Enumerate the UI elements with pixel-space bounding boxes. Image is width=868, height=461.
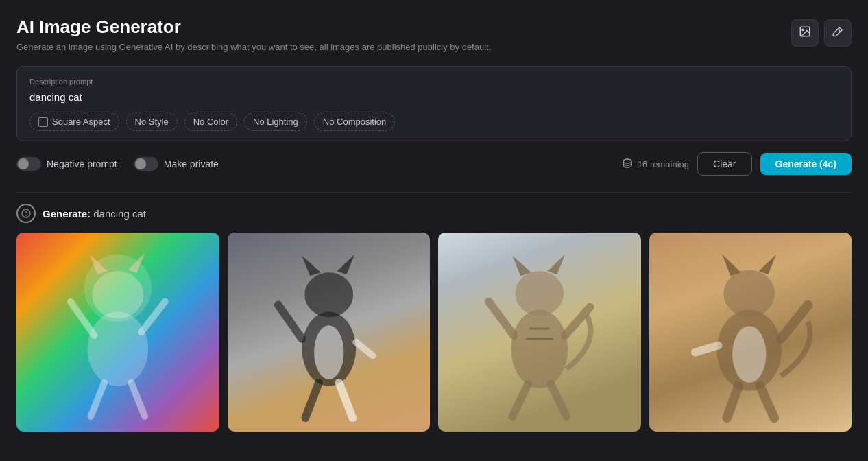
page-title: AI Image Generator: [16, 16, 491, 38]
page-subtitle: Generate an image using Generative AI by…: [16, 42, 491, 52]
svg-line-40: [727, 386, 738, 418]
prompt-input[interactable]: [29, 91, 839, 103]
svg-point-37: [723, 270, 775, 317]
square-aspect-icon: [38, 117, 48, 127]
results-section: Generate: dancing cat: [16, 204, 852, 432]
tag-no-composition-label: No Composition: [323, 117, 387, 127]
image-card-3[interactable]: [438, 233, 641, 432]
gallery-icon-button[interactable]: [791, 19, 819, 47]
svg-line-21: [305, 383, 319, 418]
svg-marker-42: [722, 255, 741, 276]
remaining-count: 16 remaining: [638, 159, 689, 169]
svg-point-3: [623, 159, 631, 163]
image-card-2[interactable]: [228, 233, 431, 432]
tags-row: Square Aspect No Style No Color No Light…: [29, 113, 839, 131]
results-query: dancing cat: [93, 208, 146, 220]
divider: [16, 192, 852, 193]
tag-no-lighting[interactable]: No Lighting: [244, 113, 307, 131]
gallery-icon: [799, 25, 811, 40]
results-prefix: Generate:: [43, 208, 91, 220]
tag-no-style-label: No Style: [135, 117, 169, 127]
svg-marker-34: [548, 255, 566, 275]
negative-prompt-label: Negative prompt: [47, 158, 117, 169]
svg-point-18: [314, 325, 343, 379]
svg-line-2: [838, 29, 841, 32]
svg-line-32: [551, 384, 566, 416]
svg-line-12: [91, 383, 104, 416]
svg-point-17: [304, 272, 353, 317]
svg-point-25: [511, 309, 568, 388]
negative-prompt-toggle[interactable]: [16, 157, 41, 171]
prompt-box: Description prompt Square Aspect No Styl…: [16, 66, 852, 141]
coins-icon: [621, 157, 634, 172]
results-header: Generate: dancing cat: [16, 204, 852, 223]
tag-no-color-label: No Color: [193, 117, 228, 127]
svg-line-20: [356, 342, 373, 356]
images-grid: [16, 233, 852, 432]
tag-no-style[interactable]: No Style: [126, 113, 178, 131]
svg-line-13: [131, 383, 145, 416]
svg-marker-23: [302, 256, 321, 276]
results-icon: [16, 204, 36, 223]
controls-left: Negative prompt Make private: [16, 157, 219, 171]
tag-square-aspect[interactable]: Square Aspect: [29, 113, 119, 131]
controls-right: 16 remaining Clear Generate (4c): [621, 152, 852, 176]
svg-line-39: [695, 346, 717, 353]
page-header: AI Image Generator Generate an image usi…: [16, 16, 852, 52]
tag-square-aspect-label: Square Aspect: [52, 117, 110, 127]
svg-line-19: [278, 305, 301, 339]
controls-row: Negative prompt Make private 16 remainin…: [16, 152, 852, 176]
header-icons: [791, 19, 852, 47]
remaining-info: 16 remaining: [621, 157, 689, 172]
title-section: AI Image Generator Generate an image usi…: [16, 16, 491, 52]
generate-button[interactable]: Generate (4c): [760, 153, 852, 175]
svg-line-29: [489, 302, 514, 335]
make-private-toggle-group: Make private: [134, 157, 219, 171]
svg-line-22: [339, 383, 352, 418]
results-label: Generate: dancing cat: [43, 208, 146, 220]
svg-line-41: [760, 386, 774, 418]
image-card-1[interactable]: [16, 233, 219, 432]
svg-point-26: [515, 271, 564, 316]
make-private-toggle[interactable]: [134, 157, 158, 171]
image-card-4[interactable]: [649, 233, 852, 432]
negative-prompt-toggle-group: Negative prompt: [16, 157, 117, 171]
make-private-label: Make private: [164, 158, 219, 169]
clear-button[interactable]: Clear: [697, 152, 751, 176]
svg-marker-33: [512, 256, 531, 276]
tag-no-lighting-label: No Lighting: [253, 117, 298, 127]
tag-no-color[interactable]: No Color: [184, 113, 237, 131]
svg-point-9: [92, 271, 143, 318]
prompt-label: Description prompt: [29, 78, 839, 86]
svg-marker-24: [337, 255, 354, 275]
svg-point-36: [732, 326, 766, 383]
wand-icon: [832, 25, 844, 40]
svg-line-38: [781, 305, 808, 339]
edit-icon-button[interactable]: [824, 19, 852, 47]
svg-line-31: [512, 384, 528, 416]
svg-point-8: [87, 311, 148, 386]
tag-no-composition[interactable]: No Composition: [314, 113, 396, 131]
svg-marker-43: [758, 255, 776, 275]
svg-point-1: [802, 29, 804, 30]
svg-point-6: [26, 215, 27, 215]
